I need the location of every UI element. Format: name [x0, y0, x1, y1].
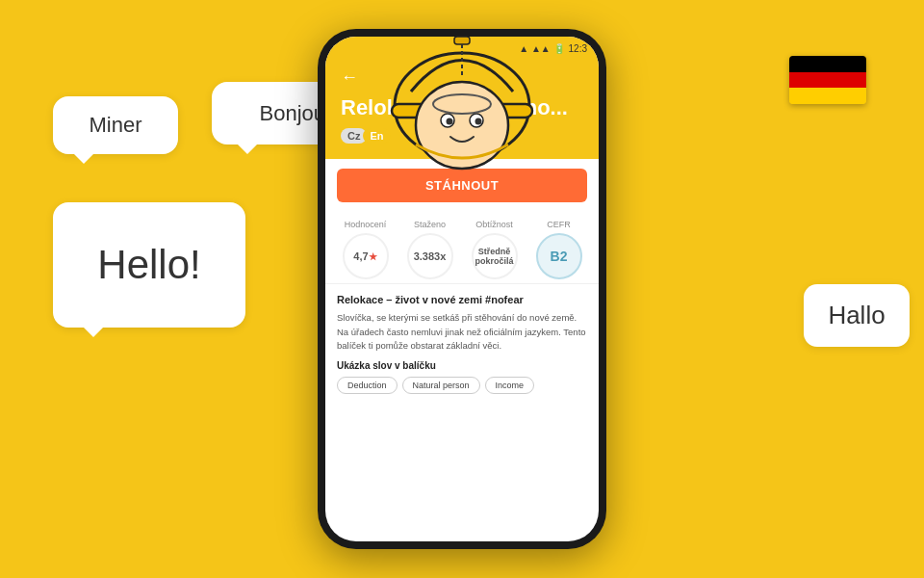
stat-downloads-label: Staženo: [414, 220, 446, 229]
stat-rating: Hodnocení 4,7★: [343, 220, 389, 279]
phone-screen: ▲ ▲▲ 🔋 12:3 ← Relokace - život v no... C…: [325, 37, 599, 541]
stat-difficulty-circle: Středně pokročilá: [472, 233, 518, 279]
bubble-hallo: Hallo: [804, 284, 910, 347]
word-tag[interactable]: Natural person: [402, 377, 480, 394]
de-flag-black: [789, 56, 866, 72]
lang-badges: Cz En: [341, 128, 583, 144]
word-tag[interactable]: Income: [485, 377, 535, 394]
bubble-hello-text: Hello!: [97, 242, 200, 288]
app-content: STÁHNOUT Hodnocení 4,7★ Staženo 3.383x: [325, 159, 599, 541]
bubble-miner-text: Miner: [89, 113, 141, 138]
lang-badge-en[interactable]: En: [363, 128, 390, 144]
stat-rating-label: Hodnocení: [345, 220, 387, 229]
phone-wrapper: ▲ ▲▲ 🔋 12:3 ← Relokace - život v no... C…: [318, 29, 606, 549]
app-title: Relokace - život v no...: [341, 95, 583, 120]
stat-downloads: Staženo 3.383x: [407, 220, 453, 279]
word-tag[interactable]: Deduction: [337, 377, 398, 394]
description-body: Slovíčka, se kterými se setkáš při stěho…: [337, 311, 587, 353]
stat-difficulty-label: Obtížnost: [475, 220, 513, 229]
description-title: Relokace – život v nové zemi #nofear: [337, 294, 587, 305]
status-bar: ▲ ▲▲ 🔋 12:3: [325, 37, 599, 60]
app-header: ← Relokace - život v no... Cz En: [325, 60, 599, 159]
de-flag-red: [789, 72, 866, 89]
bubble-miner: Miner: [53, 96, 178, 154]
stat-rating-circle: 4,7★: [343, 233, 389, 279]
stat-difficulty: Obtížnost Středně pokročilá: [472, 220, 518, 279]
stat-cefr: CEFR B2: [536, 220, 582, 279]
star-icon: ★: [369, 251, 377, 262]
word-tags: DeductionNatural personIncome: [337, 377, 587, 394]
stat-cefr-label: CEFR: [547, 220, 571, 229]
status-icons: ▲ ▲▲ 🔋: [519, 43, 564, 54]
stat-cefr-circle: B2: [536, 233, 582, 279]
de-flag: [789, 56, 866, 104]
description-area: Relokace – život v nové zemi #nofear Slo…: [325, 284, 599, 541]
bubble-hallo-text: Hallo: [828, 301, 885, 330]
stats-row: Hodnocení 4,7★ Staženo 3.383x Obtížnost: [325, 212, 599, 284]
download-button[interactable]: STÁHNOUT: [337, 169, 587, 202]
stat-downloads-circle: 3.383x: [407, 233, 453, 279]
de-flag-gold: [789, 88, 866, 104]
status-time: 12:3: [569, 43, 587, 54]
phone: ▲ ▲▲ 🔋 12:3 ← Relokace - život v no... C…: [318, 29, 606, 549]
back-button[interactable]: ←: [341, 67, 583, 88]
bubble-hello: Hello!: [53, 202, 245, 328]
sample-label: Ukázka slov v balíčku: [337, 360, 587, 371]
